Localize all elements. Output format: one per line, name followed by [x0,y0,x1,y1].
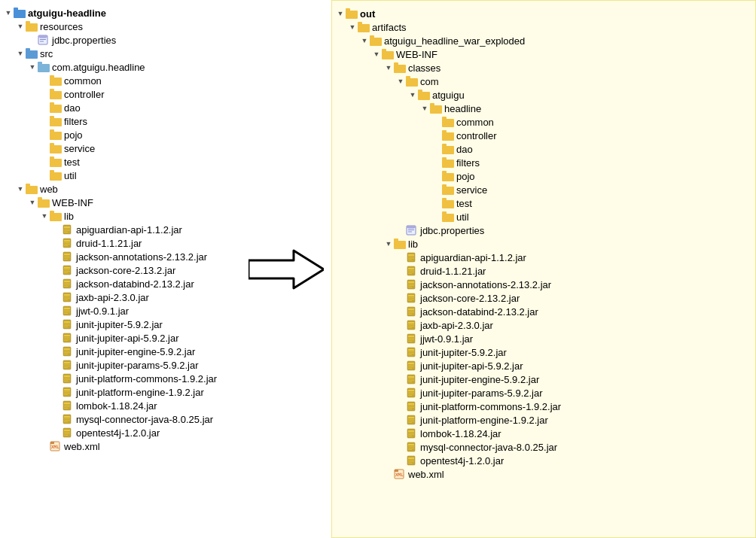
tree-item[interactable]: lombok-1.18.24.jar [3,399,238,412]
tree-toggle[interactable] [395,333,406,344]
tree-toggle[interactable] [383,62,394,73]
tree-item[interactable]: pojo [3,128,238,141]
tree-toggle[interactable] [51,414,62,424]
tree-toggle[interactable] [431,117,442,127]
tree-toggle[interactable] [51,224,62,235]
tree-item[interactable]: jackson-databind-2.13.2.jar [335,305,752,318]
tree-root-item[interactable]: out [335,7,752,20]
tree-item[interactable]: jaxb-api-2.3.0.jar [3,290,238,304]
tree-item[interactable]: jackson-databind-2.13.2.jar [3,277,238,290]
tree-item[interactable]: jackson-annotations-2.13.2.jar [335,278,752,291]
tree-item[interactable]: junit-jupiter-5.9.2.jar [3,318,238,331]
tree-item[interactable]: artifacts [335,20,752,34]
tree-toggle[interactable] [395,374,406,385]
tree-item[interactable]: junit-jupiter-5.9.2.jar [335,345,752,359]
tree-item[interactable]: controller [335,129,752,142]
tree-item[interactable]: jdbc.properties [335,223,752,237]
tree-toggle[interactable] [27,197,38,208]
tree-toggle[interactable] [419,103,430,114]
tree-item[interactable]: test [3,155,238,169]
tree-item[interactable]: resources [3,20,238,33]
tree-item[interactable]: com.atguigu.headline [3,60,238,74]
tree-item[interactable]: atguigu_headline_war_exploded [335,34,752,47]
tree-item[interactable]: XML web.xml [335,467,752,481]
tree-toggle[interactable] [51,292,62,302]
tree-toggle[interactable] [359,35,370,46]
tree-toggle[interactable] [383,469,394,479]
tree-toggle[interactable] [51,387,62,397]
tree-item[interactable]: junit-platform-engine-1.9.2.jar [3,385,238,399]
tree-item[interactable]: junit-jupiter-params-5.9.2.jar [335,386,752,400]
tree-item[interactable]: junit-jupiter-api-5.9.2.jar [3,331,238,345]
tree-item[interactable]: service [335,183,752,196]
tree-item[interactable]: com [335,74,752,88]
tree-toggle[interactable] [39,143,50,153]
tree-toggle[interactable] [39,75,50,86]
tree-toggle[interactable] [27,62,38,72]
tree-item[interactable]: lib [3,209,238,223]
tree-toggle[interactable] [395,401,406,412]
tree-item[interactable]: junit-jupiter-params-5.9.2.jar [3,358,238,372]
tree-item[interactable]: XML web.xml [3,439,238,453]
tree-toggle[interactable] [395,428,406,439]
tree-item[interactable]: common [3,74,238,87]
tree-toggle[interactable] [395,347,406,357]
tree-item[interactable]: mysql-connector-java-8.0.25.jar [335,440,752,454]
tree-toggle[interactable] [395,306,406,317]
tree-item[interactable]: WEB-INF [3,196,238,209]
tree-item[interactable]: web [3,182,238,196]
tree-item[interactable]: util [335,210,752,223]
tree-item[interactable]: controller [3,87,238,101]
tree-item[interactable]: classes [335,61,752,74]
tree-toggle[interactable] [395,76,406,87]
tree-toggle[interactable] [395,442,406,452]
tree-toggle[interactable] [15,21,26,32]
tree-item[interactable]: jjwt-0.9.1.jar [335,332,752,345]
tree-item[interactable]: junit-platform-commons-1.9.2.jar [335,400,752,413]
tree-item[interactable]: common [335,115,752,129]
tree-item[interactable]: junit-jupiter-api-5.9.2.jar [335,359,752,372]
tree-item[interactable]: opentest4j-1.2.0.jar [3,426,238,439]
tree-toggle[interactable] [51,427,62,438]
tree-toggle[interactable] [39,211,50,221]
tree-item[interactable]: jdbc.properties [3,33,238,47]
tree-toggle[interactable] [39,170,50,181]
tree-toggle[interactable] [395,225,406,236]
tree-toggle[interactable] [39,89,50,99]
tree-toggle[interactable] [39,116,50,126]
tree-item[interactable]: lombok-1.18.24.jar [335,427,752,440]
tree-toggle[interactable] [431,198,442,208]
tree-toggle[interactable] [51,360,62,370]
tree-toggle[interactable] [51,278,62,289]
tree-item[interactable]: dao [335,142,752,156]
tree-toggle[interactable] [395,455,406,466]
tree-toggle[interactable] [51,333,62,343]
tree-root-item[interactable]: atguigu-headline [3,6,238,20]
tree-toggle[interactable] [431,184,442,195]
tree-toggle[interactable] [51,238,62,248]
tree-item[interactable]: test [335,196,752,210]
tree-item[interactable]: junit-platform-commons-1.9.2.jar [3,372,238,385]
tree-toggle[interactable] [27,35,38,45]
tree-toggle[interactable] [15,48,26,59]
tree-item[interactable]: junit-platform-engine-1.9.2.jar [335,413,752,427]
tree-toggle[interactable] [39,157,50,167]
tree-toggle[interactable] [347,22,358,32]
tree-item[interactable]: atguigu [335,88,752,102]
tree-item[interactable]: apiguardian-api-1.1.2.jar [335,251,752,264]
tree-toggle[interactable] [395,388,406,398]
tree-item[interactable]: WEB-INF [335,47,752,61]
tree-item[interactable]: jjwt-0.9.1.jar [3,304,238,318]
tree-toggle[interactable] [395,320,406,330]
tree-toggle[interactable] [51,251,62,262]
tree-toggle[interactable] [407,90,418,100]
tree-toggle[interactable] [51,319,62,330]
tree-item[interactable]: apiguardian-api-1.1.2.jar [3,223,238,236]
tree-toggle[interactable] [15,184,26,194]
tree-item[interactable]: druid-1.1.21.jar [335,264,752,278]
tree-toggle[interactable] [395,293,406,303]
tree-toggle[interactable] [395,266,406,276]
tree-toggle[interactable] [51,400,62,411]
tree-item[interactable]: jaxb-api-2.3.0.jar [335,318,752,332]
tree-toggle[interactable] [51,346,62,357]
